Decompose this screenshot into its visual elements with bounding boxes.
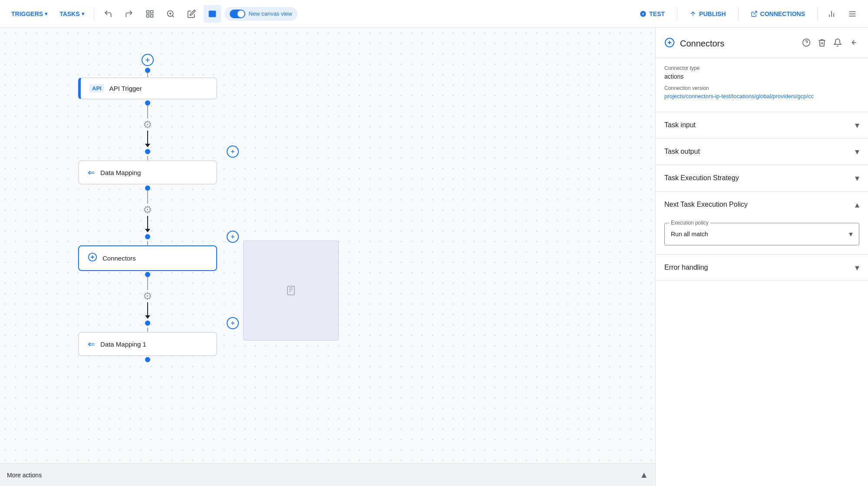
connections-button[interactable]: CONNECTIONS <box>744 7 812 21</box>
error-handling-chevron <box>855 262 859 273</box>
arrow-1 <box>145 144 150 147</box>
connector-dot-5 <box>145 234 150 239</box>
add-node-4-button[interactable] <box>227 317 239 329</box>
connectors-icon <box>88 252 97 264</box>
panel-title-icon <box>664 37 675 50</box>
connector-line-2 <box>147 106 148 119</box>
test-label: TEST <box>649 10 665 17</box>
connector-line-3 <box>147 131 148 144</box>
gear-1[interactable]: ⚙ <box>143 119 152 131</box>
new-canvas-toggle[interactable]: New canvas view <box>224 7 297 21</box>
task-output-section: Task output <box>656 139 868 165</box>
menu-button[interactable] <box>844 5 861 23</box>
delete-icon[interactable] <box>816 36 828 51</box>
task-output-chevron <box>855 146 859 157</box>
connector-dot-7 <box>145 321 150 326</box>
api-trigger-label: API Trigger <box>109 85 142 92</box>
publish-button[interactable]: PUBLISH <box>683 7 733 21</box>
connector-line-5 <box>147 191 148 204</box>
test-button[interactable]: TEST <box>633 7 672 21</box>
triggers-label: TRIGGERS <box>11 10 43 17</box>
connectors-label: Connectors <box>102 255 136 262</box>
task-input-header[interactable]: Task input <box>656 112 868 138</box>
task-execution-strategy-header[interactable]: Task Execution Strategy <box>656 165 868 191</box>
view-button[interactable] <box>204 5 221 23</box>
more-actions-bar[interactable]: More actions ▲ <box>0 463 655 486</box>
next-task-execution-policy-title: Next Task Execution Policy <box>664 201 748 208</box>
zoom-button[interactable] <box>162 5 179 23</box>
task-execution-strategy-section: Task Execution Strategy <box>656 165 868 192</box>
execution-policy-label: Execution policy <box>669 220 710 226</box>
canvas[interactable]: API API Trigger ⚙ <box>0 28 655 486</box>
connector-line-6 <box>147 216 148 229</box>
toggle-label: New canvas view <box>249 10 292 17</box>
next-task-execution-policy-header[interactable]: Next Task Execution Policy <box>656 192 868 218</box>
more-actions-label: More actions <box>7 472 42 479</box>
task-output-header[interactable]: Task output <box>656 139 868 165</box>
arrow-3 <box>145 315 150 319</box>
connector-line-8 <box>147 277 148 290</box>
error-handling-section: Error handling <box>656 255 868 281</box>
separator-3 <box>738 7 739 21</box>
gear-2[interactable]: ⚙ <box>143 204 152 216</box>
collapse-icon[interactable] <box>847 36 859 51</box>
main-layout: API API Trigger ⚙ <box>0 28 868 486</box>
connector-dot-3 <box>145 149 150 154</box>
next-task-execution-policy-chevron <box>855 199 859 210</box>
edit-button[interactable] <box>183 5 200 23</box>
error-handling-header[interactable]: Error handling <box>656 255 868 281</box>
select-arrow-icon: ▾ <box>849 229 853 239</box>
connection-version-value: projects/connectors-ip-test/locations/gl… <box>664 93 859 99</box>
analytics-button[interactable] <box>823 5 840 23</box>
next-task-execution-policy-content: Execution policy Run all match ▾ <box>656 218 868 254</box>
connector-dot-4 <box>145 185 150 191</box>
svg-line-12 <box>753 11 756 14</box>
task-input-title: Task input <box>664 121 696 129</box>
svg-rect-31 <box>287 286 294 295</box>
layout-button[interactable] <box>141 5 158 23</box>
bell-icon[interactable] <box>832 36 844 51</box>
execution-policy-field: Execution policy Run all match ▾ <box>664 223 859 245</box>
help-icon[interactable] <box>800 36 812 51</box>
task-input-section: Task input <box>656 112 868 139</box>
data-mapping-1-node[interactable]: ⇐ Data Mapping 1 <box>78 332 217 356</box>
tasks-button[interactable]: TASKS ▾ <box>55 8 88 20</box>
note-card[interactable] <box>243 241 339 341</box>
add-node-3-button[interactable] <box>227 231 239 243</box>
connector-line-1 <box>147 73 148 77</box>
connector-type-value: actions <box>664 73 859 80</box>
task-execution-strategy-title: Task Execution Strategy <box>664 174 739 182</box>
gear-3[interactable]: ⚙ <box>143 290 152 302</box>
tasks-chevron: ▾ <box>82 11 84 17</box>
tasks-label: TASKS <box>59 10 79 17</box>
panel-title: Connectors <box>680 39 795 49</box>
data-mapping-node[interactable]: ⇐ Data Mapping <box>78 160 217 185</box>
api-trigger-node[interactable]: API API Trigger <box>78 77 217 99</box>
connector-dot-6 <box>145 272 150 277</box>
connections-label: CONNECTIONS <box>760 10 805 17</box>
add-node-top-button[interactable] <box>142 54 154 66</box>
triggers-button[interactable]: TRIGGERS ▾ <box>7 8 52 20</box>
right-panel: Connectors Connector type actio <box>655 28 868 486</box>
toggle-switch-icon <box>230 10 245 18</box>
add-node-2-button[interactable] <box>227 145 239 158</box>
connector-dot-2 <box>145 100 150 106</box>
svg-rect-1 <box>150 10 153 13</box>
data-mapping-icon: ⇐ <box>88 167 95 178</box>
task-output-title: Task output <box>664 148 700 155</box>
svg-rect-0 <box>146 10 149 13</box>
execution-policy-select[interactable]: Run all match ▾ <box>665 223 859 245</box>
undo-button[interactable] <box>99 5 117 23</box>
data-mapping-1-icon: ⇐ <box>88 339 95 349</box>
error-handling-title: Error handling <box>664 264 708 271</box>
connection-version-field: Connection version projects/connectors-i… <box>664 85 859 99</box>
svg-rect-2 <box>146 14 149 17</box>
connector-line-9 <box>147 302 148 315</box>
redo-button[interactable] <box>120 5 138 23</box>
more-actions-chevron[interactable]: ▲ <box>640 470 648 480</box>
connector-type-label: Connector type <box>664 65 859 71</box>
connectors-node[interactable]: Connectors <box>78 245 217 271</box>
triggers-chevron: ▾ <box>45 11 47 17</box>
publish-label: PUBLISH <box>699 10 726 17</box>
separator-4 <box>817 7 818 21</box>
